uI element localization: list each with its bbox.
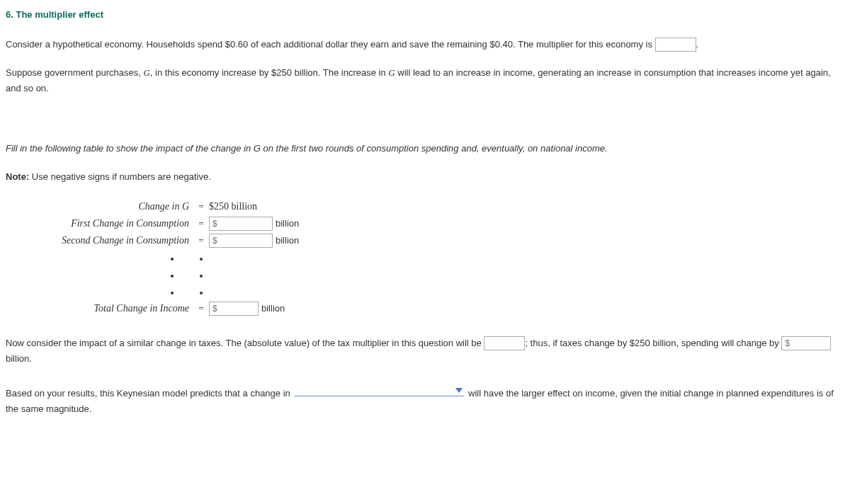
tax-multiplier-input[interactable] xyxy=(484,336,525,350)
equals-sign: = xyxy=(193,233,209,248)
spending-change-input[interactable] xyxy=(781,336,831,350)
dot-icon xyxy=(171,258,174,260)
note-label: Note: xyxy=(6,171,29,182)
ellipsis-row xyxy=(6,249,844,266)
total-income-input[interactable] xyxy=(209,302,259,316)
text: . xyxy=(696,39,699,50)
second-consumption-input[interactable] xyxy=(209,234,273,248)
change-type-dropdown[interactable] xyxy=(294,385,464,396)
text: Consider a hypothetical economy. Househo… xyxy=(6,39,655,50)
text: ; thus, if taxes change by $250 billion,… xyxy=(525,338,781,348)
var-g: G xyxy=(143,67,149,78)
dot-icon xyxy=(200,292,203,294)
eq-label: Total Change in Income xyxy=(6,300,193,317)
eq-label: Second Change in Consumption xyxy=(6,232,193,249)
text: on the first two rounds of consumption s… xyxy=(261,143,608,154)
ellipsis-row xyxy=(6,283,844,300)
eq-row-second-consumption: Second Change in Consumption = billion xyxy=(6,232,844,249)
unit-label: billion xyxy=(276,233,299,248)
text: Based on your results, this Keynesian mo… xyxy=(6,388,293,399)
paragraph-intro: Consider a hypothetical economy. Househo… xyxy=(6,37,844,52)
equals-sign: = xyxy=(193,301,209,316)
paragraph-instruction: Fill in the following table to show the … xyxy=(6,141,844,156)
eq-label: Change in G xyxy=(6,198,193,215)
unit-label: billion xyxy=(276,216,299,231)
var-g: G xyxy=(254,143,261,154)
unit-label: billion xyxy=(261,301,285,316)
paragraph-tax: Now consider the impact of a similar cha… xyxy=(6,336,844,367)
eq-row-first-consumption: First Change in Consumption = billion xyxy=(6,215,844,232)
dot-icon xyxy=(171,292,174,294)
ellipsis-row xyxy=(6,266,844,283)
first-consumption-input[interactable] xyxy=(209,217,273,231)
equals-sign: = xyxy=(193,199,209,214)
equals-sign: = xyxy=(193,216,209,231)
eq-value: $250 billion xyxy=(209,198,257,215)
text: Suppose government purchases, xyxy=(6,67,143,78)
dot-icon xyxy=(200,258,203,260)
paragraph-conclusion: Based on your results, this Keynesian mo… xyxy=(6,385,844,417)
var-g: G xyxy=(388,67,395,78)
note-text: Use negative signs if numbers are negati… xyxy=(29,171,211,182)
paragraph-gov: Suppose government purchases, G, in this… xyxy=(6,65,844,96)
dot-icon xyxy=(200,275,203,277)
multiplier-input[interactable] xyxy=(655,38,696,52)
text: billion. xyxy=(6,353,32,364)
note-line: Note: Use negative signs if numbers are … xyxy=(6,169,844,185)
eq-row-change-g: Change in G = $250 billion xyxy=(6,198,844,215)
equation-table: Change in G = $250 billion First Change … xyxy=(6,198,844,317)
text: , in this economy increase by $250 billi… xyxy=(150,67,389,78)
eq-row-total-income: Total Change in Income = billion xyxy=(6,300,844,317)
eq-label: First Change in Consumption xyxy=(6,215,193,232)
text: Now consider the impact of a similar cha… xyxy=(6,338,484,348)
text: Fill in the following table to show the … xyxy=(6,143,254,154)
dot-icon xyxy=(171,275,174,277)
question-title: 6. The multiplier effect xyxy=(6,7,844,23)
